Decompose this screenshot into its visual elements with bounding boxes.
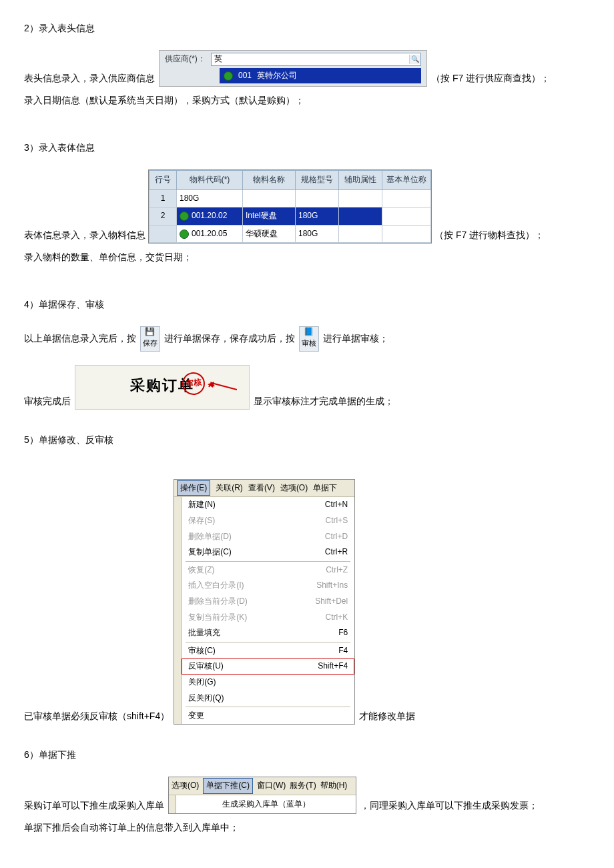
menu-item: 保存(S)Ctrl+S bbox=[182, 513, 354, 529]
menu-item[interactable]: 复制单据(C)Ctrl+R bbox=[182, 544, 354, 560]
sec2-line1: 表头信息录入，录入供应商信息 供应商(*)： 🔍 001 英特尔公司 （按 F7… bbox=[24, 50, 594, 87]
grid-header: 行号 bbox=[149, 170, 177, 189]
sec5-line1b: 才能修改单据 bbox=[359, 708, 415, 725]
menu-item: 插入空白分录(I)Shift+Ins bbox=[182, 578, 354, 594]
operation-menu: 操作(E)关联(R)查看(V)选项(O)单据下 新建(N)Ctrl+N保存(S)… bbox=[174, 479, 355, 725]
menu-item[interactable]: 关闭(G) bbox=[182, 675, 354, 691]
sec2-heading: 2）录入表头信息 bbox=[24, 20, 594, 37]
sec5-line1: 已审核单据必须反审核（shift+F4） 操作(E)关联(R)查看(V)选项(O… bbox=[24, 479, 594, 725]
menu-separator bbox=[186, 642, 350, 642]
grid-header: 辅助属性 bbox=[339, 170, 382, 189]
grid-header: 物料名称 bbox=[243, 170, 296, 189]
sec4-line1b: 进行单据保存，保存成功后，按 bbox=[164, 332, 295, 343]
save-icon: 💾 bbox=[145, 328, 156, 337]
sec4-line2: 审核完成后 采购订单 审核 显示审核标注才完成单据的生成； bbox=[24, 365, 594, 410]
menubar-item[interactable]: 关联(R) bbox=[216, 481, 243, 496]
menubar-item[interactable]: 单据下 bbox=[313, 481, 337, 496]
sec4-line2a: 审核完成后 bbox=[24, 393, 71, 410]
sec4-line2b: 显示审核标注才完成单据的生成； bbox=[254, 393, 394, 410]
menu-item[interactable]: 审核(C)F4 bbox=[182, 643, 354, 659]
sec4-line1a: 以上单据信息录入完后，按 bbox=[24, 332, 136, 343]
sec3-line2: 录入物料的数量、单价信息，交货日期； bbox=[24, 249, 594, 266]
sec6-line2: 单据下推后会自动将订单上的信息带入到入库单中； bbox=[24, 819, 594, 836]
menu-item[interactable]: 反关闭(Q) bbox=[182, 691, 354, 707]
supplier-dropdown-row[interactable]: 001 英特尔公司 bbox=[220, 68, 421, 84]
sec5-line1a: 已审核单据必须反审核（shift+F4） bbox=[24, 708, 170, 725]
menu-item: 恢复(Z)Ctrl+Z bbox=[182, 562, 354, 578]
supplier-input[interactable] bbox=[212, 54, 409, 65]
supplier-widget: 供应商(*)： 🔍 001 英特尔公司 bbox=[159, 50, 427, 87]
supplier-icon bbox=[224, 71, 233, 81]
search-icon[interactable]: 🔍 bbox=[409, 55, 420, 64]
sec6-line1a: 采购订单可以下推生成采购入库单 bbox=[24, 797, 164, 814]
menu-separator bbox=[186, 707, 350, 707]
menubar-item[interactable]: 查看(V) bbox=[248, 481, 275, 496]
sec6-heading: 6）单据下推 bbox=[24, 747, 594, 763]
sec4-line1: 以上单据信息录入完后，按 💾 保存 进行单据保存，保存成功后，按 📘 审核 进行… bbox=[24, 326, 594, 352]
audit-button[interactable]: 📘 审核 bbox=[299, 326, 319, 352]
menu-bar: 操作(E)关联(R)查看(V)选项(O)单据下 bbox=[174, 480, 354, 498]
sec5-heading: 5）单据修改、反审核 bbox=[24, 432, 594, 448]
menu-item[interactable]: 变更 bbox=[182, 708, 354, 724]
sec6-line1: 采购订单可以下推生成采购入库单 选项(O)单据下推(C)窗口(W)服务(T)帮助… bbox=[24, 777, 594, 814]
sec2-line2: 录入日期信息（默认是系统当天日期），采购方式（默认是赊购）； bbox=[24, 92, 594, 109]
supplier-code: 001 bbox=[238, 69, 252, 83]
sec3-line1a: 表体信息录入，录入物料信息 bbox=[24, 227, 145, 244]
table-row[interactable]: 1180G bbox=[149, 189, 431, 207]
supplier-name: 英特尔公司 bbox=[257, 69, 297, 83]
supplier-label: 供应商(*)： bbox=[165, 52, 206, 67]
menu-item: 删除当前分录(D)Shift+Del bbox=[182, 594, 354, 610]
audit-preview: 采购订单 审核 bbox=[75, 365, 250, 410]
material-icon bbox=[180, 211, 189, 221]
menubar-item[interactable]: 帮助(H) bbox=[320, 779, 348, 793]
audit-label: 审核 bbox=[302, 337, 316, 350]
push-menu-item[interactable]: 生成采购入库单（蓝单） bbox=[176, 795, 356, 814]
arrow-icon bbox=[208, 382, 237, 391]
menu-item: 删除单据(D)Ctrl+D bbox=[182, 529, 354, 545]
material-icon bbox=[180, 230, 189, 239]
grid-header: 物料代码(*) bbox=[177, 170, 243, 189]
audit-icon: 📘 bbox=[304, 328, 314, 337]
menu-item: 复制当前分录(K)Ctrl+K bbox=[182, 610, 354, 626]
sec3-line1: 表体信息录入，录入物料信息 行号物料代码(*)物料名称规格型号辅助属性基本单位称… bbox=[24, 169, 594, 244]
sec6-line1b: ，同理采购入库单可以下推生成采购发票； bbox=[360, 797, 538, 814]
menubar-item[interactable]: 服务(T) bbox=[290, 779, 316, 793]
menu-item[interactable]: 反审核(U)Shift+F4 bbox=[182, 659, 354, 675]
menubar-item[interactable]: 选项(O) bbox=[172, 779, 199, 793]
menu-item[interactable]: 新建(N)Ctrl+N bbox=[182, 497, 354, 513]
sec4-heading: 4）单据保存、审核 bbox=[24, 296, 594, 313]
menubar-item[interactable]: 窗口(W) bbox=[257, 779, 286, 793]
menubar-item[interactable]: 选项(O) bbox=[280, 481, 308, 496]
dropdown-menu: 新建(N)Ctrl+N保存(S)Ctrl+S删除单据(D)Ctrl+D复制单据(… bbox=[181, 497, 354, 723]
table-row[interactable]: 001.20.05华硕硬盘180G bbox=[149, 225, 431, 243]
save-label: 保存 bbox=[143, 337, 158, 350]
push-menu: 选项(O)单据下推(C)窗口(W)服务(T)帮助(H) 生成采购入库单（蓝单） bbox=[168, 777, 356, 814]
menu-item[interactable]: 批量填充F6 bbox=[182, 625, 354, 641]
grid-header: 基本单位称 bbox=[382, 170, 431, 189]
menubar-item[interactable]: 单据下推(C) bbox=[203, 778, 253, 794]
sec4-line1c: 进行单据审核； bbox=[323, 332, 388, 343]
table-row[interactable]: 2001.20.02Intel硬盘180G bbox=[149, 207, 431, 226]
material-grid: 行号物料代码(*)物料名称规格型号辅助属性基本单位称 1180G2001.20.… bbox=[148, 169, 432, 244]
menubar-item[interactable]: 操作(E) bbox=[177, 480, 210, 496]
sec3-line1b: （按 F7 进行物料查找）； bbox=[434, 227, 544, 244]
grid-header: 规格型号 bbox=[296, 170, 339, 189]
sec2-line1a: 表头信息录入，录入供应商信息 bbox=[24, 70, 155, 87]
sec2-line1b: （按 F7 进行供应商查找）； bbox=[431, 70, 550, 87]
sec3-heading: 3）录入表体信息 bbox=[24, 139, 594, 156]
menu-separator bbox=[186, 561, 350, 562]
save-button[interactable]: 💾 保存 bbox=[140, 326, 160, 352]
